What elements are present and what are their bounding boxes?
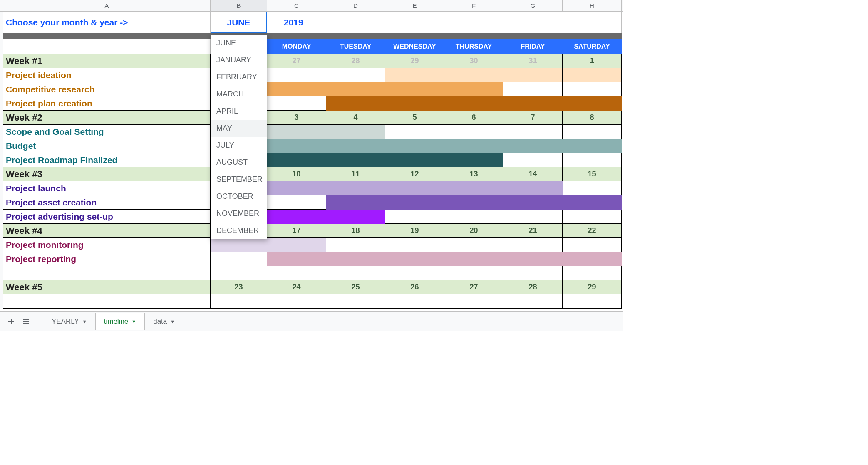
week-label-cell[interactable]: Week #1: [3, 54, 211, 68]
date-cell[interactable]: 25: [326, 280, 385, 294]
task-fill-cell[interactable]: [444, 82, 503, 96]
dropdown-item[interactable]: NOVEMBER: [211, 205, 267, 222]
task-fill-cell[interactable]: [326, 181, 385, 195]
task-fill-cell[interactable]: [444, 125, 503, 139]
dropdown-item[interactable]: JUNE: [211, 35, 267, 52]
task-fill-cell[interactable]: [326, 195, 385, 210]
date-cell[interactable]: 21: [503, 224, 563, 238]
week-label-cell[interactable]: Week #2: [3, 111, 211, 125]
col-header-C[interactable]: C: [267, 0, 326, 11]
task-fill-cell[interactable]: [563, 238, 622, 252]
date-cell[interactable]: 3: [267, 111, 326, 125]
task-fill-cell[interactable]: [326, 210, 385, 224]
all-sheets-button[interactable]: [20, 315, 32, 328]
date-cell[interactable]: 6: [444, 111, 503, 125]
task-fill-cell[interactable]: [503, 96, 563, 111]
task-label-cell[interactable]: Project advertising set-up: [3, 210, 211, 224]
col-header-F[interactable]: F: [444, 0, 503, 11]
date-cell[interactable]: 22: [563, 224, 622, 238]
task-fill-cell[interactable]: [503, 238, 563, 252]
task-fill-cell[interactable]: [211, 252, 267, 266]
date-cell[interactable]: 18: [326, 224, 385, 238]
task-fill-cell[interactable]: [503, 125, 563, 139]
task-label-cell[interactable]: Project monitoring: [3, 238, 211, 252]
task-fill-cell[interactable]: [326, 294, 385, 309]
task-fill-cell[interactable]: [385, 195, 444, 210]
task-fill-cell[interactable]: [385, 294, 444, 309]
date-cell[interactable]: 19: [385, 224, 444, 238]
week-label-cell[interactable]: Week #3: [3, 167, 211, 181]
task-label-cell[interactable]: Project plan creation: [3, 96, 211, 111]
task-fill-cell[interactable]: [444, 210, 503, 224]
task-fill-cell[interactable]: [503, 266, 563, 280]
week-label-cell[interactable]: Week #5: [3, 280, 211, 294]
task-fill-cell[interactable]: [503, 210, 563, 224]
task-fill-cell[interactable]: [563, 294, 622, 309]
task-fill-cell[interactable]: [444, 238, 503, 252]
task-fill-cell[interactable]: [385, 252, 444, 266]
task-label-cell[interactable]: Budget: [3, 139, 211, 153]
dropdown-item[interactable]: AUGUST: [211, 154, 267, 171]
task-fill-cell[interactable]: [563, 195, 622, 210]
choose-label[interactable]: Choose your month & year ->: [3, 12, 211, 33]
date-cell[interactable]: 30: [444, 54, 503, 68]
year-cell[interactable]: 2019: [267, 12, 326, 33]
dropdown-item[interactable]: MAY: [211, 120, 267, 137]
task-fill-cell[interactable]: [444, 252, 503, 266]
task-fill-cell[interactable]: [385, 238, 444, 252]
date-cell[interactable]: 29: [385, 54, 444, 68]
task-fill-cell[interactable]: [267, 238, 326, 252]
task-fill-cell[interactable]: [267, 252, 326, 266]
task-fill-cell[interactable]: [444, 195, 503, 210]
task-fill-cell[interactable]: [563, 266, 622, 280]
day-header-wednesday[interactable]: WEDNESDAY: [385, 39, 444, 54]
task-fill-cell[interactable]: [563, 96, 622, 111]
task-label-cell[interactable]: Project reporting: [3, 252, 211, 266]
task-label-cell[interactable]: Competitive research: [3, 82, 211, 96]
dropdown-item[interactable]: MARCH: [211, 86, 267, 103]
task-fill-cell[interactable]: [326, 96, 385, 111]
date-cell[interactable]: 14: [503, 167, 563, 181]
month-cell[interactable]: JUNE: [211, 12, 267, 33]
day-header-thursday[interactable]: THURSDAY: [444, 39, 503, 54]
date-cell[interactable]: 11: [326, 167, 385, 181]
task-fill-cell[interactable]: [267, 82, 326, 96]
dropdown-item[interactable]: APRIL: [211, 103, 267, 120]
task-fill-cell[interactable]: [503, 181, 563, 195]
task-fill-cell[interactable]: [267, 96, 326, 111]
sheet-tab[interactable]: YEARLY▼: [43, 313, 95, 330]
task-fill-cell[interactable]: [267, 195, 326, 210]
date-cell[interactable]: 5: [385, 111, 444, 125]
task-label-cell[interactable]: Project Roadmap Finalized: [3, 153, 211, 167]
day-header-tuesday[interactable]: TUESDAY: [326, 39, 385, 54]
task-fill-cell[interactable]: [444, 96, 503, 111]
dropdown-item[interactable]: FEBRUARY: [211, 69, 267, 86]
task-fill-cell[interactable]: [267, 181, 326, 195]
task-fill-cell[interactable]: [563, 153, 622, 167]
task-fill-cell[interactable]: [444, 139, 503, 153]
month-dropdown[interactable]: JUNEJANUARYFEBRUARYMARCHAPRILMAYJULYAUGU…: [211, 35, 267, 239]
task-fill-cell[interactable]: [503, 68, 563, 82]
task-fill-cell[interactable]: [444, 153, 503, 167]
task-label-cell[interactable]: Project asset creation: [3, 195, 211, 210]
date-cell[interactable]: 27: [267, 54, 326, 68]
task-fill-cell[interactable]: [385, 96, 444, 111]
task-fill-cell[interactable]: [326, 139, 385, 153]
task-fill-cell[interactable]: [267, 153, 326, 167]
dropdown-item[interactable]: SEPTEMBER: [211, 171, 267, 188]
task-fill-cell[interactable]: [211, 266, 267, 280]
date-cell[interactable]: 17: [267, 224, 326, 238]
task-fill-cell[interactable]: [503, 139, 563, 153]
date-cell[interactable]: 31: [503, 54, 563, 68]
task-fill-cell[interactable]: [563, 210, 622, 224]
task-fill-cell[interactable]: [385, 68, 444, 82]
date-cell[interactable]: 28: [503, 280, 563, 294]
task-label-cell[interactable]: [3, 266, 211, 280]
task-fill-cell[interactable]: [444, 294, 503, 309]
task-fill-cell[interactable]: [503, 82, 563, 96]
task-label-cell[interactable]: Project ideation: [3, 68, 211, 82]
date-cell[interactable]: 29: [563, 280, 622, 294]
task-fill-cell[interactable]: [267, 266, 326, 280]
date-cell[interactable]: 20: [444, 224, 503, 238]
task-fill-cell[interactable]: [444, 68, 503, 82]
